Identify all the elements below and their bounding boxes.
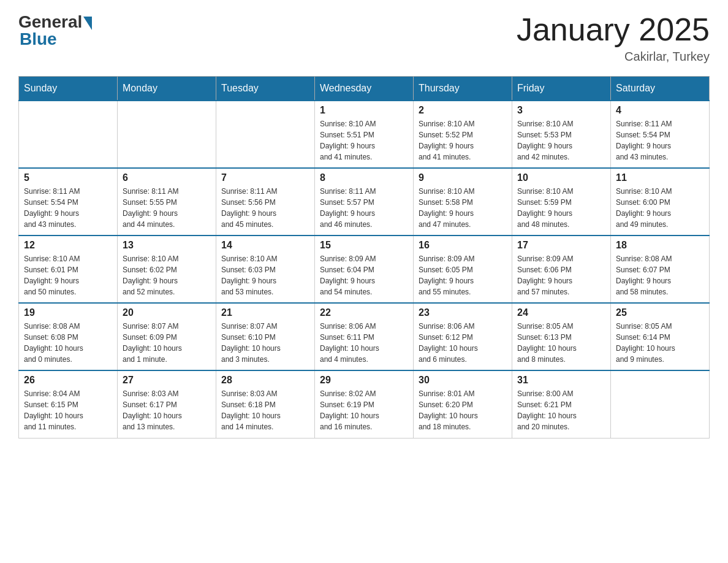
logo-blue-text: Blue [20,29,57,49]
calendar-week-row: 19Sunrise: 8:08 AMSunset: 6:08 PMDayligh… [19,303,710,370]
weekday-header-tuesday: Tuesday [216,77,315,101]
calendar-cell [216,101,315,168]
day-info: Sunrise: 8:03 AMSunset: 6:18 PMDaylight:… [221,388,309,432]
calendar-cell: 18Sunrise: 8:08 AMSunset: 6:07 PMDayligh… [611,236,710,303]
day-number: 23 [419,307,507,318]
calendar-cell: 21Sunrise: 8:07 AMSunset: 6:10 PMDayligh… [216,303,315,370]
day-info: Sunrise: 8:11 AMSunset: 5:56 PMDaylight:… [221,186,309,230]
weekday-header-row: SundayMondayTuesdayWednesdayThursdayFrid… [19,77,710,101]
day-number: 6 [123,172,211,183]
calendar-table: SundayMondayTuesdayWednesdayThursdayFrid… [18,76,710,439]
calendar-cell: 19Sunrise: 8:08 AMSunset: 6:08 PMDayligh… [19,303,118,370]
day-number: 18 [616,240,704,251]
day-info: Sunrise: 8:09 AMSunset: 6:05 PMDaylight:… [419,253,507,297]
day-number: 30 [419,375,507,386]
day-number: 7 [221,172,309,183]
day-info: Sunrise: 8:10 AMSunset: 6:03 PMDaylight:… [221,253,309,297]
weekday-header-thursday: Thursday [414,77,512,101]
day-info: Sunrise: 8:02 AMSunset: 6:19 PMDaylight:… [320,388,408,432]
day-info: Sunrise: 8:11 AMSunset: 5:55 PMDaylight:… [123,186,211,230]
day-number: 22 [320,307,408,318]
calendar-cell [118,101,216,168]
weekday-header-monday: Monday [118,77,216,101]
calendar-cell: 22Sunrise: 8:06 AMSunset: 6:11 PMDayligh… [315,303,414,370]
day-number: 1 [320,105,408,116]
day-info: Sunrise: 8:10 AMSunset: 5:51 PMDaylight:… [320,118,408,163]
day-info: Sunrise: 8:00 AMSunset: 6:21 PMDaylight:… [517,388,605,432]
weekday-header-saturday: Saturday [611,77,710,101]
calendar-cell: 15Sunrise: 8:09 AMSunset: 6:04 PMDayligh… [315,236,414,303]
day-info: Sunrise: 8:08 AMSunset: 6:07 PMDaylight:… [616,253,704,297]
day-number: 25 [616,307,704,318]
day-info: Sunrise: 8:07 AMSunset: 6:10 PMDaylight:… [221,321,309,365]
day-info: Sunrise: 8:06 AMSunset: 6:12 PMDaylight:… [419,321,507,365]
calendar-cell: 4Sunrise: 8:11 AMSunset: 5:54 PMDaylight… [611,101,710,168]
day-info: Sunrise: 8:09 AMSunset: 6:06 PMDaylight:… [517,253,605,297]
calendar-cell: 9Sunrise: 8:10 AMSunset: 5:58 PMDaylight… [414,168,512,236]
calendar-cell: 20Sunrise: 8:07 AMSunset: 6:09 PMDayligh… [118,303,216,370]
calendar-week-row: 26Sunrise: 8:04 AMSunset: 6:15 PMDayligh… [19,370,710,438]
location: Cakirlar, Turkey [517,50,710,64]
calendar-week-row: 5Sunrise: 8:11 AMSunset: 5:54 PMDaylight… [19,168,710,236]
calendar-cell: 12Sunrise: 8:10 AMSunset: 6:01 PMDayligh… [19,236,118,303]
calendar-cell: 23Sunrise: 8:06 AMSunset: 6:12 PMDayligh… [414,303,512,370]
calendar-cell: 25Sunrise: 8:05 AMSunset: 6:14 PMDayligh… [611,303,710,370]
calendar-week-row: 12Sunrise: 8:10 AMSunset: 6:01 PMDayligh… [19,236,710,303]
logo: General Blue [18,12,92,49]
day-info: Sunrise: 8:10 AMSunset: 6:00 PMDaylight:… [616,186,704,230]
calendar-cell: 26Sunrise: 8:04 AMSunset: 6:15 PMDayligh… [19,370,118,438]
calendar-cell: 14Sunrise: 8:10 AMSunset: 6:03 PMDayligh… [216,236,315,303]
day-number: 8 [320,172,408,183]
day-number: 9 [419,172,507,183]
calendar-cell: 27Sunrise: 8:03 AMSunset: 6:17 PMDayligh… [118,370,216,438]
day-number: 31 [517,375,605,386]
day-number: 24 [517,307,605,318]
day-number: 4 [616,105,704,116]
day-number: 13 [123,240,211,251]
day-info: Sunrise: 8:07 AMSunset: 6:09 PMDaylight:… [123,321,211,365]
calendar-cell: 7Sunrise: 8:11 AMSunset: 5:56 PMDaylight… [216,168,315,236]
day-number: 2 [419,105,507,116]
calendar-cell: 1Sunrise: 8:10 AMSunset: 5:51 PMDaylight… [315,101,414,168]
day-number: 14 [221,240,309,251]
calendar-cell: 8Sunrise: 8:11 AMSunset: 5:57 PMDaylight… [315,168,414,236]
day-number: 5 [24,172,112,183]
day-number: 12 [24,240,112,251]
calendar-cell: 30Sunrise: 8:01 AMSunset: 6:20 PMDayligh… [414,370,512,438]
day-number: 19 [24,307,112,318]
day-info: Sunrise: 8:10 AMSunset: 5:59 PMDaylight:… [517,186,605,230]
title-area: January 2025 Cakirlar, Turkey [517,12,710,64]
calendar-cell: 13Sunrise: 8:10 AMSunset: 6:02 PMDayligh… [118,236,216,303]
day-number: 20 [123,307,211,318]
calendar-cell: 29Sunrise: 8:02 AMSunset: 6:19 PMDayligh… [315,370,414,438]
day-number: 26 [24,375,112,386]
calendar-cell: 11Sunrise: 8:10 AMSunset: 6:00 PMDayligh… [611,168,710,236]
day-number: 17 [517,240,605,251]
page-header: General Blue January 2025 Cakirlar, Turk… [18,12,710,64]
day-info: Sunrise: 8:11 AMSunset: 5:54 PMDaylight:… [616,118,704,163]
day-info: Sunrise: 8:03 AMSunset: 6:17 PMDaylight:… [123,388,211,432]
day-number: 27 [123,375,211,386]
calendar-cell: 2Sunrise: 8:10 AMSunset: 5:52 PMDaylight… [414,101,512,168]
month-title: January 2025 [517,12,710,47]
day-info: Sunrise: 8:10 AMSunset: 5:58 PMDaylight:… [419,186,507,230]
day-info: Sunrise: 8:05 AMSunset: 6:13 PMDaylight:… [517,321,605,365]
calendar-cell: 10Sunrise: 8:10 AMSunset: 5:59 PMDayligh… [512,168,611,236]
day-info: Sunrise: 8:10 AMSunset: 5:53 PMDaylight:… [517,118,605,163]
day-info: Sunrise: 8:09 AMSunset: 6:04 PMDaylight:… [320,253,408,297]
calendar-cell: 31Sunrise: 8:00 AMSunset: 6:21 PMDayligh… [512,370,611,438]
day-info: Sunrise: 8:04 AMSunset: 6:15 PMDaylight:… [24,388,112,432]
day-number: 15 [320,240,408,251]
day-info: Sunrise: 8:08 AMSunset: 6:08 PMDaylight:… [24,321,112,365]
calendar-cell: 16Sunrise: 8:09 AMSunset: 6:05 PMDayligh… [414,236,512,303]
day-info: Sunrise: 8:05 AMSunset: 6:14 PMDaylight:… [616,321,704,365]
day-info: Sunrise: 8:11 AMSunset: 5:57 PMDaylight:… [320,186,408,230]
day-number: 21 [221,307,309,318]
calendar-cell [611,370,710,438]
day-number: 16 [419,240,507,251]
weekday-header-friday: Friday [512,77,611,101]
calendar-week-row: 1Sunrise: 8:10 AMSunset: 5:51 PMDaylight… [19,101,710,168]
day-number: 10 [517,172,605,183]
logo-triangle-icon [83,17,92,30]
day-info: Sunrise: 8:11 AMSunset: 5:54 PMDaylight:… [24,186,112,230]
